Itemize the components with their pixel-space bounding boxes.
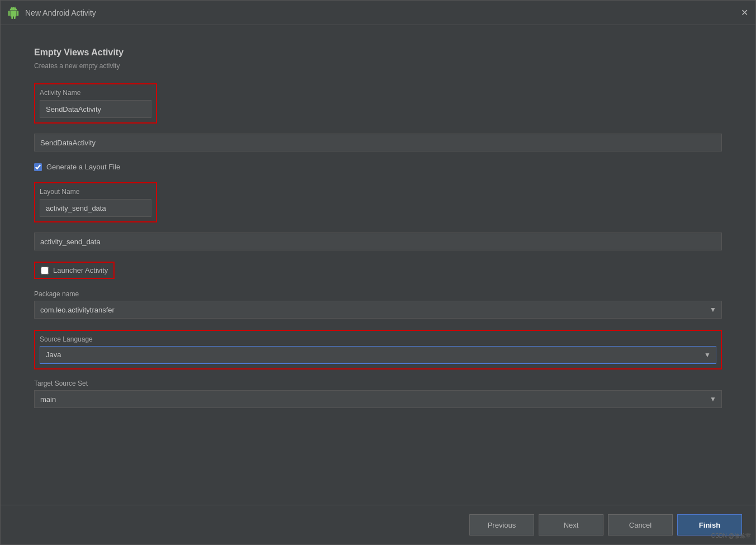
next-button[interactable]: Next — [539, 514, 603, 535]
launcher-activity-group: Launcher Activity — [34, 262, 115, 279]
source-language-group: Source Language Java Kotlin ▼ — [34, 330, 722, 369]
section-title: Empty Views Activity — [34, 48, 722, 58]
close-button[interactable]: ✕ — [740, 8, 749, 17]
source-language-wrapper: Java Kotlin ▼ — [40, 346, 716, 364]
section-subtitle: Creates a new empty activity — [34, 62, 722, 70]
watermark: CSDN @修炼室 — [711, 532, 751, 540]
package-name-group: Package name com.leo.activitytransfer ▼ — [34, 290, 722, 319]
target-source-set-select[interactable]: main — [34, 390, 722, 408]
launcher-activity-checkbox[interactable] — [41, 267, 49, 274]
target-source-set-group: Target Source Set main ▼ — [34, 380, 722, 408]
cancel-button[interactable]: Cancel — [608, 514, 673, 535]
package-name-wrapper: com.leo.activitytransfer ▼ — [34, 301, 722, 319]
dialog-title: New Android Activity — [25, 8, 740, 17]
title-bar: New Android Activity ✕ — [1, 1, 755, 25]
layout-name-full-input[interactable] — [34, 233, 722, 250]
package-name-select[interactable]: com.leo.activitytransfer — [34, 301, 722, 319]
dialog-content: Empty Views Activity Creates a new empty… — [1, 25, 755, 505]
generate-layout-label: Generate a Layout File — [46, 163, 120, 171]
target-source-set-wrapper: main ▼ — [34, 390, 722, 408]
dialog-window: New Android Activity ✕ Empty Views Activ… — [0, 0, 756, 545]
activity-name-group: Activity Name — [34, 83, 157, 124]
source-language-select[interactable]: Java Kotlin — [40, 346, 716, 364]
previous-button[interactable]: Previous — [469, 514, 534, 535]
source-language-label: Source Language — [40, 335, 716, 343]
dialog-footer: Previous Next Cancel Finish — [1, 505, 755, 544]
activity-name-input[interactable] — [40, 100, 151, 118]
activity-name-full-input[interactable] — [34, 134, 722, 151]
layout-name-label: Layout Name — [40, 188, 151, 196]
layout-name-group: Layout Name — [34, 182, 157, 222]
target-source-set-label: Target Source Set — [34, 380, 722, 387]
android-icon — [7, 7, 20, 19]
package-name-label: Package name — [34, 290, 722, 298]
layout-name-input[interactable] — [40, 199, 151, 217]
generate-layout-row: Generate a Layout File — [34, 163, 722, 171]
launcher-activity-label: Launcher Activity — [53, 266, 108, 274]
activity-name-label: Activity Name — [40, 89, 151, 97]
generate-layout-checkbox[interactable] — [34, 163, 42, 171]
